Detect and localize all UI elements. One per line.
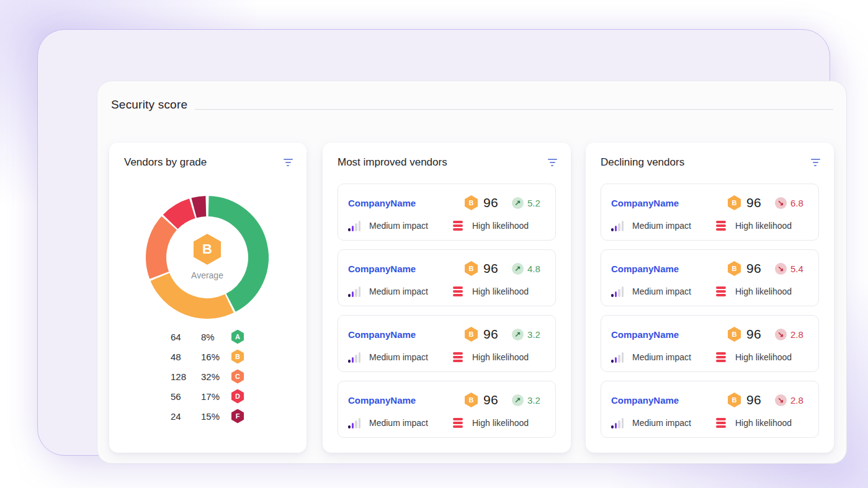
- signal-bars-icon: [348, 418, 360, 428]
- company-name-link[interactable]: CompanyName: [348, 395, 416, 406]
- grade-hexagon-badge: B: [728, 195, 741, 210]
- delta-value: 4.8: [527, 264, 540, 274]
- vendor-list-item[interactable]: CompanyName B 96 ↘ 2.8 Medium impact Hig…: [601, 315, 819, 372]
- likelihood-label: High likelihood: [472, 286, 529, 296]
- security-score-value: 96: [483, 327, 498, 342]
- panel-header: Security score: [111, 92, 833, 117]
- vendor-row-bottom: Medium impact High likelihood: [611, 351, 808, 363]
- legend-row: 48 16% B: [171, 347, 244, 366]
- grade-hexagon-badge: B: [231, 350, 244, 364]
- grade-letter: B: [732, 265, 737, 272]
- trend-down-icon: ↘: [775, 329, 787, 340]
- vendor-list-item[interactable]: CompanyName B 96 ↘ 5.4 Medium impact Hig…: [601, 249, 819, 306]
- card-header: Declining vendors: [601, 154, 820, 171]
- grade-donut-chart: B Average: [146, 196, 269, 319]
- grade-hexagon-badge: B: [465, 393, 478, 407]
- likelihood-indicator: High likelihood: [716, 221, 792, 231]
- company-name-link[interactable]: CompanyName: [611, 329, 679, 340]
- card-header: Vendors by grade: [124, 154, 293, 171]
- filter-icon[interactable]: [283, 156, 293, 169]
- grade-hexagon-badge: D: [231, 389, 244, 404]
- impact-label: Medium impact: [369, 418, 428, 428]
- legend-percent: 15%: [201, 411, 231, 422]
- likelihood-label: High likelihood: [735, 286, 792, 296]
- header-divider: [195, 109, 833, 110]
- vendor-row-bottom: Medium impact High likelihood: [611, 220, 808, 232]
- score-delta: ↗ 3.2: [512, 329, 545, 340]
- filter-icon[interactable]: [547, 156, 557, 169]
- trend-down-icon: ↘: [775, 263, 787, 275]
- vendor-list-item[interactable]: CompanyName B 96 ↗ 4.8 Medium impact Hig…: [338, 249, 556, 306]
- delta-value: 5.2: [527, 198, 540, 208]
- likelihood-label: High likelihood: [735, 352, 792, 362]
- score-delta: ↘ 5.4: [775, 263, 808, 275]
- stacked-bars-icon: [716, 221, 726, 231]
- security-score-panel: Security score Vendors by grade B Averag…: [97, 81, 847, 464]
- grade-hexagon-badge: B: [728, 393, 741, 407]
- impact-label: Medium impact: [369, 221, 428, 231]
- grade-letter: D: [235, 393, 240, 400]
- score-delta: ↘ 2.8: [775, 329, 808, 340]
- impact-indicator: Medium impact: [611, 221, 716, 231]
- card-title: Declining vendors: [601, 156, 684, 169]
- likelihood-indicator: High likelihood: [716, 352, 792, 362]
- likelihood-indicator: High likelihood: [453, 286, 529, 296]
- grade-hexagon-badge: A: [231, 330, 244, 344]
- grade-letter: F: [236, 412, 240, 420]
- impact-indicator: Medium impact: [611, 286, 716, 297]
- grade-letter: A: [235, 333, 240, 340]
- card-title: Vendors by grade: [124, 156, 207, 169]
- delta-value: 3.2: [527, 395, 540, 406]
- signal-bars-icon: [611, 286, 624, 297]
- average-grade-letter: B: [202, 241, 212, 257]
- company-name-link[interactable]: CompanyName: [348, 198, 416, 208]
- impact-label: Medium impact: [369, 352, 428, 362]
- legend-count: 56: [171, 391, 201, 402]
- likelihood-indicator: High likelihood: [453, 418, 529, 428]
- filter-icon[interactable]: [810, 156, 820, 169]
- grade-letter: B: [469, 199, 474, 206]
- donut-segment-C: [156, 223, 169, 275]
- vendor-row-bottom: Medium impact High likelihood: [348, 351, 545, 363]
- vendor-row-bottom: Medium impact High likelihood: [611, 285, 808, 298]
- stacked-bars-icon: [453, 286, 463, 296]
- likelihood-indicator: High likelihood: [716, 286, 792, 296]
- trend-up-icon: ↗: [512, 197, 524, 209]
- vendor-row-bottom: Medium impact High likelihood: [348, 285, 545, 298]
- security-score-value: 96: [746, 393, 761, 407]
- delta-value: 6.8: [790, 198, 803, 208]
- trend-up-icon: ↗: [512, 394, 524, 406]
- legend-count: 128: [171, 371, 201, 382]
- vendor-list-item[interactable]: CompanyName B 96 ↗ 3.2 Medium impact Hig…: [338, 381, 556, 438]
- score-delta: ↗ 3.2: [512, 394, 545, 406]
- company-name-link[interactable]: CompanyName: [611, 395, 679, 406]
- signal-bars-icon: [611, 418, 624, 428]
- grade-letter: B: [469, 331, 474, 338]
- legend-row: 56 17% D: [171, 386, 244, 406]
- grade-hexagon-badge: C: [231, 370, 244, 384]
- company-name-link[interactable]: CompanyName: [348, 329, 416, 340]
- company-name-link[interactable]: CompanyName: [611, 198, 679, 208]
- card-header: Most improved vendors: [338, 154, 557, 171]
- score-delta: ↗ 5.2: [512, 197, 545, 209]
- vendor-rows-list: CompanyName B 96 ↗ 5.2 Medium impact Hig…: [338, 184, 556, 446]
- grade-hexagon-badge: B: [728, 261, 741, 276]
- vendor-list-item[interactable]: CompanyName B 96 ↘ 6.8 Medium impact Hig…: [601, 184, 819, 241]
- vendor-row-top: CompanyName B 96 ↘ 2.8: [611, 326, 808, 342]
- impact-indicator: Medium impact: [348, 286, 453, 297]
- legend-percent: 8%: [201, 332, 231, 342]
- grade-letter: B: [235, 353, 240, 360]
- company-name-link[interactable]: CompanyName: [611, 264, 679, 274]
- vendor-list-item[interactable]: CompanyName B 96 ↗ 5.2 Medium impact Hig…: [338, 184, 556, 241]
- grade-legend: 64 8% A 48 16% B 128 32% C 56 17% D 24 1…: [171, 327, 244, 426]
- impact-label: Medium impact: [632, 286, 691, 296]
- stacked-bars-icon: [453, 418, 463, 428]
- vendor-list-item[interactable]: CompanyName B 96 ↗ 3.2 Medium impact Hig…: [338, 315, 556, 372]
- likelihood-indicator: High likelihood: [716, 418, 792, 428]
- security-score-value: 96: [746, 261, 761, 276]
- security-score-value: 96: [746, 195, 761, 210]
- vendor-list-item[interactable]: CompanyName B 96 ↘ 2.8 Medium impact Hig…: [601, 381, 819, 438]
- grade-hexagon-badge: F: [231, 409, 244, 424]
- company-name-link[interactable]: CompanyName: [348, 264, 416, 274]
- donut-center-label: Average: [146, 270, 269, 280]
